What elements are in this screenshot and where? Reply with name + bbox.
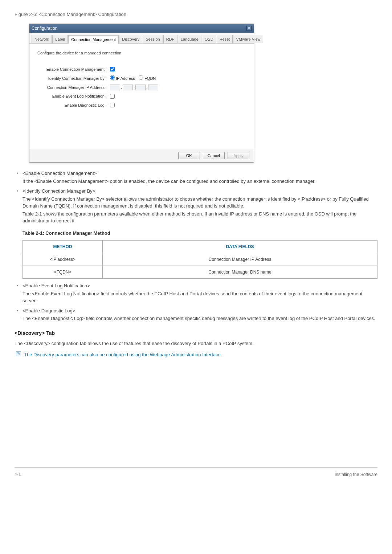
ip-address-input[interactable]: ... — [110, 85, 158, 91]
table-row: <IP address> Connection Manager IP Addre… — [23, 253, 377, 266]
bullet-body: The <Identify Connection Manager By> sel… — [23, 196, 377, 210]
label-cm-ip: Connection Manager IP Address: — [37, 85, 110, 91]
radio-ip-wrap[interactable]: IP Address — [110, 75, 135, 82]
close-icon[interactable]: × — [246, 26, 252, 31]
tab-row: Network Label Connection Management Disc… — [29, 33, 254, 44]
dialog-title: Configuration — [32, 25, 57, 32]
checkbox-enable-diag[interactable] — [110, 103, 115, 107]
label-enable-cm: Enable Connection Management: — [37, 66, 110, 73]
footer-right: Installing the Software — [335, 471, 377, 478]
ok-button[interactable]: OK — [178, 152, 200, 159]
label-identify-by: Identify Connection Manager by: — [37, 75, 110, 82]
figure-caption: Figure 2-6: <Connection Management> Conf… — [15, 11, 377, 18]
method-table: METHOD DATA FIELDS <IP address> Connecti… — [23, 240, 377, 279]
bullet-body: If the <Enable Connection Management> op… — [23, 178, 377, 185]
tab-session[interactable]: Session — [143, 35, 163, 44]
table-header: METHOD — [23, 241, 103, 253]
cancel-button[interactable]: Cancel — [203, 152, 225, 159]
bullet-list-1: <Enable Connection Management> If the <E… — [15, 170, 377, 225]
label-enable-diag: Enable Diagnostic Log: — [37, 102, 110, 108]
bullet-title: <Enable Event Log Notification> — [23, 283, 90, 288]
radio-fqdn[interactable] — [139, 75, 143, 80]
table-cell: <IP address> — [23, 253, 103, 266]
table-row: <FQDN> Connection Manager DNS name — [23, 266, 377, 279]
note-text: The Discovery parameters can also be con… — [24, 351, 222, 358]
radio-ip-label: IP Address — [116, 76, 135, 81]
table-cell: <FQDN> — [23, 266, 103, 279]
radio-fqdn-label: FQDN — [144, 76, 156, 81]
radio-fqdn-wrap[interactable]: FQDN — [139, 75, 156, 82]
bullet-body: The <Enable Diagnostic Log> field contro… — [23, 315, 377, 322]
tab-reset[interactable]: Reset — [217, 35, 233, 44]
bullet-title: <Identify Connection Manager By> — [23, 188, 95, 194]
bullet-title: <Enable Connection Management> — [23, 171, 97, 176]
footer-left: 4-1 — [15, 471, 21, 478]
tab-osd[interactable]: OSD — [202, 35, 216, 44]
table-cell: Connection Manager IP Address — [103, 253, 377, 266]
configuration-dialog: Configuration × Network Label Connection… — [29, 24, 254, 163]
apply-button[interactable]: Apply — [228, 152, 249, 159]
tab-connection-management[interactable]: Connection Management — [68, 35, 119, 44]
table-header: DATA FIELDS — [103, 241, 377, 253]
table-caption: Table 2-1: Connection Manager Method — [23, 230, 377, 237]
bullet-body-2: Table 2-1 shows the configuration parame… — [23, 210, 377, 225]
tab-rdp[interactable]: RDP — [163, 35, 177, 44]
tab-discovery[interactable]: Discovery — [119, 35, 142, 44]
dialog-instruction: Configure the device for a managed conne… — [37, 50, 246, 56]
dialog-titlebar: Configuration × — [29, 24, 254, 33]
tab-vmware-view[interactable]: VMware View — [233, 35, 263, 44]
tab-language[interactable]: Language — [178, 35, 201, 44]
note-icon: ✎ — [16, 351, 21, 356]
bullet-list-2: <Enable Event Log Notification> The <Ena… — [15, 282, 377, 322]
dialog-footer: OK Cancel Apply — [29, 149, 254, 162]
tab-network[interactable]: Network — [32, 35, 52, 44]
discovery-paragraph: The <Discovery> configuration tab allows… — [15, 340, 377, 347]
label-enable-evt: Enable Event Log Notification: — [37, 93, 110, 99]
dialog-body: Configure the device for a managed conne… — [29, 44, 254, 149]
checkbox-enable-evt[interactable] — [110, 94, 115, 99]
table-cell: Connection Manager DNS name — [103, 266, 377, 279]
bullet-title: <Enable Diagnostic Log> — [23, 308, 75, 313]
dialog-screenshot: Configuration × Network Label Connection… — [29, 24, 377, 163]
page-footer: 4-1 Installing the Software — [15, 467, 377, 478]
checkbox-enable-cm[interactable] — [110, 67, 115, 71]
discovery-heading: <Discovery> Tab — [15, 329, 377, 337]
note-line: ✎ The Discovery parameters can also be c… — [16, 351, 377, 358]
radio-ip[interactable] — [110, 75, 115, 80]
bullet-body: The <Enable Event Log Notification> fiel… — [23, 290, 377, 304]
tab-label[interactable]: Label — [52, 35, 68, 44]
